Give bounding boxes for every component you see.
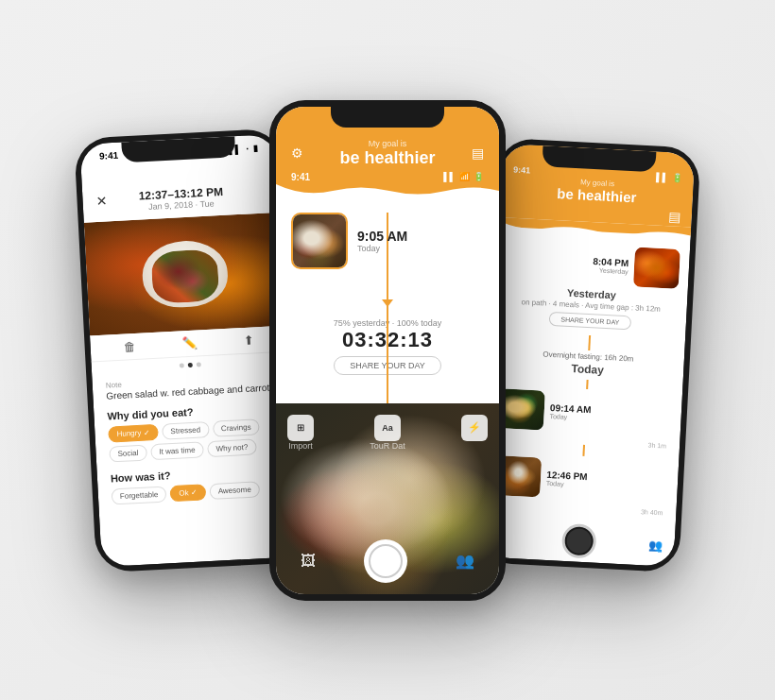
right-timeline-area: 8:04 PM Yesterday Yesterday on path · 4 … <box>484 226 691 522</box>
rt-vline-1 <box>588 334 591 350</box>
gallery-icon[interactable]: 🖼 <box>301 553 316 570</box>
scene: 9:41 ▌▌▌ ⬝ ▮ ✕ 12:37–13:12 PM Jan 9, 201… <box>57 29 718 672</box>
sub-yesterday: Yesterday <box>599 266 629 275</box>
food-bg-left <box>84 212 286 335</box>
food-image-left <box>84 212 286 335</box>
phone-right-inner: 9:41 ▌▌ 🔋 My goal is be healthier ▤ <box>482 143 696 566</box>
right-shutter-btn[interactable] <box>560 522 596 558</box>
notch-center <box>331 107 444 128</box>
social-icon[interactable]: 👥 <box>456 552 474 570</box>
how-awesome[interactable]: Awesome <box>209 481 260 500</box>
rt-meal-info-2: 12:46 PM Today <box>546 469 669 492</box>
wavy-divider <box>276 184 499 197</box>
share-icon[interactable]: ⬆ <box>243 333 254 348</box>
rt-vline-3 <box>582 444 585 455</box>
rt-thumb-top <box>633 247 680 288</box>
how-ok[interactable]: Ok ✓ <box>170 484 206 502</box>
camera-toolbar: ⊞ Import Aa TouR Dat ⚡ <box>276 411 499 454</box>
meal-sublabel-center: Today <box>357 244 484 253</box>
dot-1 <box>179 363 183 367</box>
camera-section: ⊞ Import Aa TouR Dat ⚡ <box>276 403 499 594</box>
dot-3 <box>196 362 200 367</box>
phone-center: ⚙ My goal is be healthier ▤ 9:41 ▌▌ 📶 🔋 <box>269 100 506 601</box>
camera-shutter-row: 🖼 👥 <box>276 539 499 583</box>
rt-vline-2 <box>586 379 589 388</box>
try-verify-btn[interactable]: Aa TouR Dat <box>370 415 405 451</box>
rt-meal-row-1: 09:14 AM Today <box>498 388 673 437</box>
yesterday-info: 8:04 PM Yesterday <box>551 253 629 274</box>
wave-svg <box>276 184 499 197</box>
arrow-line <box>387 281 388 299</box>
tag-whynot[interactable]: Why not? <box>207 438 257 457</box>
food-top-right-img <box>633 247 680 288</box>
rt-meal-info-1: 09:14 AM Today <box>549 401 672 425</box>
tag-cravings[interactable]: Cravings <box>213 418 260 437</box>
gear-icon-center[interactable]: ⚙ <box>291 145 303 161</box>
rt-meal-row-2: 12:46 PM Today <box>494 455 669 504</box>
status-time-left: 9:41 <box>99 149 119 161</box>
menu-icon-right[interactable]: ▤ <box>667 209 680 225</box>
status-icons-center: ▌▌ 📶 🔋 <box>443 172 484 181</box>
status-time-center: 9:41 <box>291 172 310 182</box>
time-yesterday: 8:04 PM <box>593 256 629 268</box>
center-content: ⚙ My goal is be healthier ▤ 9:41 ▌▌ 📶 🔋 <box>276 107 499 594</box>
menu-icon-center[interactable]: ▤ <box>472 145 484 161</box>
phone-right: 9:41 ▌▌ 🔋 My goal is be healthier ▤ <box>475 137 700 572</box>
flash-icon: ⚡ <box>461 415 488 441</box>
tag-hungry[interactable]: Hungry ✓ <box>108 423 159 442</box>
trash-icon[interactable]: 🗑 <box>123 338 136 353</box>
meal-info-center: 9:05 AM Today <box>357 229 484 253</box>
phone-center-inner: ⚙ My goal is be healthier ▤ 9:41 ▌▌ 📶 🔋 <box>276 107 499 594</box>
how-forgettable[interactable]: Forgettable <box>112 486 167 504</box>
shutter-button[interactable] <box>364 539 407 583</box>
goal-text: be healthier <box>303 148 472 168</box>
dot-2 <box>187 362 192 367</box>
flash-btn[interactable]: ⚡ <box>461 415 488 451</box>
header-goal-container: My goal is be healthier <box>303 139 472 168</box>
tag-stressed[interactable]: Stressed <box>162 421 209 440</box>
tag-time[interactable]: It was time <box>150 441 204 460</box>
food-salad-img <box>293 214 346 267</box>
import-btn[interactable]: ⊞ Import <box>287 415 314 451</box>
import-label: Import <box>288 441 313 451</box>
left-content: 9:41 ▌▌▌ ⬝ ▮ ✕ 12:37–13:12 PM Jan 9, 201… <box>79 133 298 566</box>
text-icon: Aa <box>374 415 401 441</box>
left-header: ✕ 12:37–13:12 PM Jan 9, 2018 · Tue <box>81 155 281 222</box>
yesterday-top-row: 8:04 PM Yesterday <box>506 240 680 289</box>
right-bottom-icons: 👥 <box>648 538 663 552</box>
tag-social[interactable]: Social <box>109 444 147 462</box>
meal-thumbnail-center <box>291 213 348 269</box>
shutter-inner <box>369 544 403 578</box>
meal-entry-center: 9:05 AM Today <box>291 213 484 269</box>
status-time-right: 9:41 <box>513 164 531 175</box>
center-timeline: 9:05 AM Today 75% yesterday · 100% today… <box>276 197 499 403</box>
food-bowl-left <box>141 238 230 309</box>
phone-left-inner: 9:41 ▌▌▌ ⬝ ▮ ✕ 12:37–13:12 PM Jan 9, 201… <box>79 133 298 566</box>
right-share-btn[interactable]: SHARE YOUR DAY <box>548 311 632 330</box>
header-icons-row: ⚙ My goal is be healthier ▤ <box>291 133 484 168</box>
right-people-icon[interactable]: 👥 <box>648 538 663 552</box>
arrow-head <box>382 299 393 307</box>
import-icon: ⊞ <box>287 415 314 441</box>
try-verify-label: TouR Dat <box>370 441 405 451</box>
arrow-down <box>382 281 393 307</box>
right-shutter-inner <box>566 528 592 554</box>
edit-icon[interactable]: ✏️ <box>181 335 198 350</box>
goal-label: My goal is <box>303 139 472 148</box>
right-content: 9:41 ▌▌ 🔋 My goal is be healthier ▤ <box>482 143 696 566</box>
yesterday-spacer <box>507 260 545 262</box>
close-button-left[interactable]: ✕ <box>95 193 108 209</box>
status-icons-right: ▌▌ 🔋 <box>656 172 682 182</box>
meal-time-center: 9:05 AM <box>357 229 484 244</box>
